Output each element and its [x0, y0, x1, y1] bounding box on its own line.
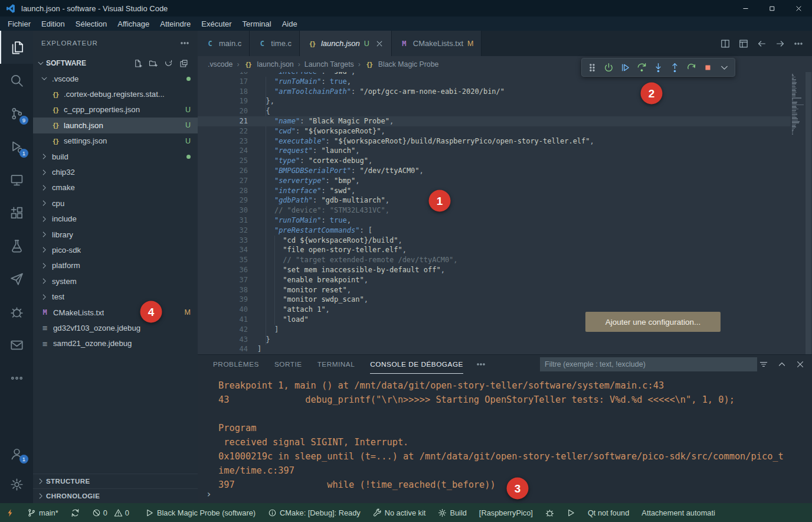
code-line-35[interactable]: 35 // "target extended-remote /dev/ttyAC… [198, 255, 791, 265]
menu-edition[interactable]: Edition [36, 18, 70, 30]
code-line-28[interactable]: 28 "interface": "swd", [198, 186, 791, 196]
minimize-button[interactable] [732, 0, 759, 17]
tree-item-platform[interactable]: platform [33, 258, 198, 273]
code-line-33[interactable]: 33 "cd ${workspaceRoot}/build", [198, 236, 791, 246]
maximize-button[interactable] [759, 0, 785, 17]
collapse-all-icon[interactable] [179, 59, 188, 68]
close-button[interactable] [785, 0, 812, 17]
code-line-25[interactable]: 25 "type": "cortex-debug", [198, 156, 791, 166]
status-qt-status[interactable]: Qt not found [588, 508, 629, 517]
add-configuration-button[interactable]: Ajouter une configuration... [585, 312, 721, 332]
code-line-30[interactable]: 30 // "device": "STM32L431VC", [198, 205, 791, 216]
more-h-icon[interactable] [794, 39, 803, 48]
debug-console-prompt[interactable]: › [206, 488, 212, 500]
status-active-kit[interactable]: No active kit [373, 508, 426, 517]
activity-item-more-views[interactable] [0, 361, 33, 394]
stop-button[interactable] [700, 60, 715, 75]
code-line-34[interactable]: 34 "file open-story-teller.elf", [198, 245, 791, 255]
tree-item-c-cpp-properties-json[interactable]: {}c_cpp_properties.jsonU [33, 102, 198, 118]
code-line-20[interactable]: 20 { [198, 106, 791, 116]
code-line-18[interactable]: 18 "armToolchainPath": "/opt/gcc-arm-non… [198, 87, 791, 97]
status-build[interactable]: Build [438, 508, 466, 517]
tree-item-launch-json[interactable]: {}launch.jsonU [33, 118, 198, 133]
tree-item-cpu[interactable]: cpu [33, 195, 198, 211]
debug-filter-input[interactable] [540, 357, 757, 371]
menu-atteindre[interactable]: Atteindre [155, 18, 196, 30]
status-sync[interactable] [71, 508, 80, 517]
power-button[interactable] [601, 60, 616, 75]
arrow-right-icon[interactable] [775, 39, 785, 48]
code-line-17[interactable]: 17 "runToMain": true, [198, 77, 791, 87]
activity-item-debug-extension[interactable] [0, 295, 33, 328]
tree-item-system[interactable]: system [33, 273, 198, 289]
section-structure[interactable]: STRUCTURE [33, 474, 198, 488]
status-git-branch[interactable]: main* [27, 508, 58, 517]
activity-item-source-control[interactable]: 9 [0, 97, 33, 130]
code-line-26[interactable]: 26 "BMPGDBSerialPort": "/dev/ttyACM0", [198, 166, 791, 176]
step-out-button[interactable] [667, 60, 682, 75]
code-line-32[interactable]: 32 "preRestartCommands": [ [198, 226, 791, 236]
status-remote-indicator[interactable] [6, 508, 15, 517]
tree-item-pico-sdk[interactable]: pico-sdk [33, 242, 198, 257]
activity-item-extensions[interactable] [0, 196, 33, 229]
code-line-27[interactable]: 27 "servertype": "bmp", [198, 176, 791, 186]
status-build-target[interactable]: [RaspberryPico] [479, 508, 533, 517]
tab-main-c[interactable]: Cmain.c [198, 31, 250, 56]
new-file-icon[interactable] [133, 59, 142, 68]
filter-lines-icon[interactable] [759, 360, 768, 369]
close-icon[interactable] [795, 360, 805, 369]
panel-tab-probl-mes[interactable]: PROBLÈMES [213, 355, 259, 374]
tree-item-settings-json[interactable]: {}settings.jsonU [33, 133, 198, 149]
split-editor-icon[interactable] [721, 39, 730, 48]
activity-item-settings[interactable] [0, 469, 33, 500]
tab-time-c[interactable]: Ctime.c [250, 31, 300, 56]
step-into-button[interactable] [651, 60, 666, 75]
activity-item-accounts[interactable]: 1 [0, 438, 33, 469]
drag-button[interactable] [585, 60, 600, 75]
tree-item-cmakelists-txt[interactable]: MCMakeLists.txtM [33, 305, 198, 320]
menu-affichage[interactable]: Affichage [112, 18, 155, 30]
menu-terminal[interactable]: Terminal [237, 18, 277, 30]
tree-item-chip32[interactable]: chip32 [33, 164, 198, 180]
code-line-44[interactable]: 44] [198, 344, 791, 354]
status-cmake-run[interactable] [567, 508, 575, 517]
menu-ex-cuter[interactable]: Exécuter [196, 18, 237, 30]
code-line-39[interactable]: 39 "monitor swdp_scan", [198, 295, 791, 305]
code-line-24[interactable]: 24 "request": "launch", [198, 146, 791, 156]
code-line-36[interactable]: 36 "set mem inaccessible-by-default off"… [198, 265, 791, 275]
continue-button[interactable] [618, 60, 633, 75]
new-folder-icon[interactable] [149, 59, 158, 68]
code-line-23[interactable]: 23 "executable": "${workspaceRoot}/build… [198, 136, 791, 146]
breadcrumb-item-black-magic-probe[interactable]: Black Magic Probe [378, 60, 439, 68]
restart-button[interactable] [684, 60, 699, 75]
editor-scrollbar[interactable] [806, 72, 811, 354]
status-cmake-debug[interactable] [545, 508, 554, 517]
minimap[interactable] [791, 72, 805, 354]
menu-fichier[interactable]: Fichier [2, 18, 36, 30]
tree-item-build[interactable]: build [33, 149, 198, 164]
breadcrumb-item-vscode[interactable]: .vscode [208, 60, 233, 68]
section-header-software[interactable]: SOFTWARE [33, 56, 198, 71]
status-auto-attach[interactable]: Attachement automati [641, 508, 715, 517]
panel-tab-console-de-d-bogage[interactable]: CONSOLE DE DÉBOGAGE [370, 355, 463, 374]
activity-item-run-debug[interactable]: 1 [0, 130, 33, 163]
tab-cmakelists-txt[interactable]: MCMakeLists.txtM [392, 31, 482, 56]
activity-item-testing[interactable] [0, 229, 33, 262]
activity-item-remote-explorer[interactable] [0, 163, 33, 196]
tree-item-cortex-debug-registers-stat[interactable]: {}.cortex-debug.registers.stat... [33, 86, 198, 102]
more-button[interactable] [717, 60, 732, 75]
tree-item-cmake[interactable]: cmake [33, 180, 198, 195]
code-line-31[interactable]: 31 "runToMain": true, [198, 216, 791, 226]
code-line-29[interactable]: 29 "gdbPath": "gdb-multiarch", [198, 195, 791, 205]
code-line-19[interactable]: 19 }, [198, 96, 791, 106]
code-line-37[interactable]: 37 "enable breakpoint", [198, 275, 791, 285]
status-problems[interactable]: 00 [92, 508, 133, 517]
tree-item-vscode[interactable]: .vscode [33, 71, 198, 86]
step-over-button[interactable] [634, 60, 649, 75]
breadcrumb-item-launch-targets[interactable]: Launch Targets [304, 60, 354, 68]
status-cmake-status[interactable]: CMake: [Debug]: Ready [268, 508, 361, 517]
activity-item-search[interactable] [0, 64, 33, 97]
close-icon[interactable] [375, 40, 384, 48]
chevron-up-icon[interactable] [777, 360, 787, 369]
more-icon[interactable] [180, 38, 189, 48]
